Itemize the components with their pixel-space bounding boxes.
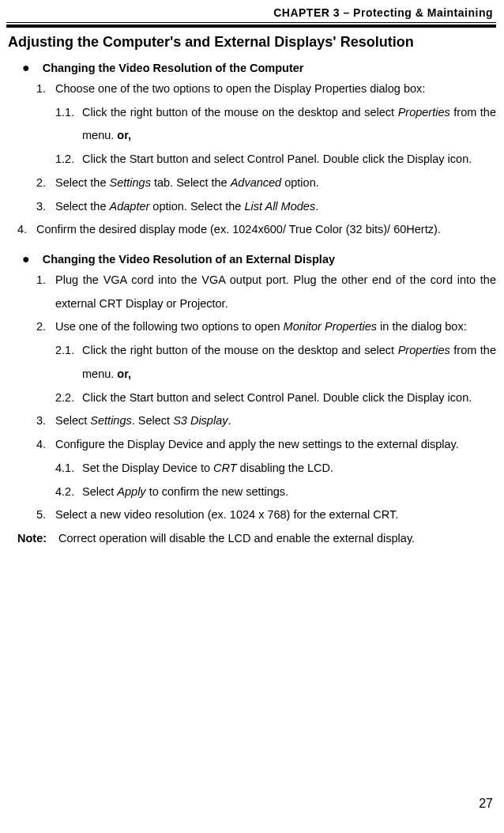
a-step-2-text: Select the Settings tab. Select the Adva… xyxy=(55,172,496,195)
bullet-dot-icon: ● xyxy=(22,62,30,74)
text-bold: or, xyxy=(117,129,131,141)
b-step-2-2-text: Click the Start button and select Contro… xyxy=(82,386,496,410)
text: . xyxy=(228,414,231,427)
b-step-5-text: Select a new video resolution (ex. 1024 … xyxy=(55,503,496,527)
a-step-1-1: 1.1. Click the right button of the mouse… xyxy=(55,101,496,148)
a-step-3: 3. Select the Adapter option. Select the… xyxy=(36,195,496,219)
b-step-2-1-text: Click the right button of the mouse on t… xyxy=(82,339,496,386)
bullet-dot-icon: ● xyxy=(22,253,30,266)
a-step-3-num: 3. xyxy=(36,195,55,219)
text: option. Select the xyxy=(149,200,244,213)
text: disabling the LCD. xyxy=(237,462,334,474)
page-number: 27 xyxy=(479,797,493,811)
text-em: Apply xyxy=(117,485,145,498)
section-b-body: 1. Plug the VGA cord into the VGA output… xyxy=(6,269,496,551)
b-step-4-1-text: Set the Display Device to CRT disabling … xyxy=(82,457,496,481)
b-step-2-1-num: 2.1. xyxy=(55,339,82,386)
a-step-1-2-text: Click the Start button and select Contro… xyxy=(82,148,496,172)
text: Click the right button of the mouse on t… xyxy=(82,106,398,119)
text: . xyxy=(315,200,318,213)
b-step-3-num: 3. xyxy=(36,409,55,433)
b-step-3: 3. Select Settings. Select S3 Display. xyxy=(36,409,496,433)
text: in the dialog box: xyxy=(377,320,467,333)
bullet-a-text: Changing the Video Resolution of the Com… xyxy=(43,62,304,74)
b-step-4-text: Configure the Display Device and apply t… xyxy=(55,433,496,457)
note-text: Correct operation will disable the LCD a… xyxy=(58,527,496,551)
text: to confirm the new settings. xyxy=(146,485,289,498)
spacer xyxy=(6,242,496,253)
bullet-b-text: Changing the Video Resolution of an Exte… xyxy=(43,253,335,266)
text: Select the xyxy=(55,176,110,189)
note-label: Note: xyxy=(17,527,58,551)
b-step-1-num: 1. xyxy=(36,269,55,315)
b-step-4: 4. Configure the Display Device and appl… xyxy=(36,433,496,457)
b-step-5-num: 5. xyxy=(36,503,55,527)
text: Select xyxy=(82,485,117,498)
text-em: List All Modes xyxy=(244,200,315,213)
a-step-4-num: 4. xyxy=(17,218,36,242)
text-em: Settings xyxy=(110,176,151,189)
text-em: S3 Display xyxy=(173,414,228,427)
a-step-1-2-num: 1.2. xyxy=(55,148,82,172)
text-em: Adapter xyxy=(110,200,150,213)
text-em: Monitor Properties xyxy=(284,320,377,333)
a-step-4: 4. Confirm the desired display mode (ex.… xyxy=(17,218,496,242)
b-step-2-2: 2.2. Click the Start button and select C… xyxy=(55,386,496,410)
b-step-2-num: 2. xyxy=(36,315,55,339)
text: . Select xyxy=(132,414,173,427)
text: Use one of the following two options to … xyxy=(55,320,284,333)
a-step-1-num: 1. xyxy=(36,77,55,101)
b-step-4-1-num: 4.1. xyxy=(55,457,82,481)
a-step-1-text: Choose one of the two options to open th… xyxy=(55,77,496,101)
b-step-1: 1. Plug the VGA cord into the VGA output… xyxy=(36,269,496,315)
text-bold: or, xyxy=(117,368,131,380)
text-em: CRT xyxy=(213,462,237,474)
a-step-1-2: 1.2. Click the Start button and select C… xyxy=(55,148,496,172)
text-em: Advanced xyxy=(231,176,282,189)
b-step-5: 5. Select a new video resolution (ex. 10… xyxy=(36,503,496,527)
text: option. xyxy=(281,176,319,189)
rule-thick xyxy=(6,24,496,28)
chapter-header: CHAPTER 3 – Protecting & Maintaining xyxy=(6,6,496,19)
b-step-2-2-num: 2.2. xyxy=(55,386,82,410)
text-em: Settings xyxy=(90,414,131,427)
b-step-4-2-text: Select Apply to confirm the new settings… xyxy=(82,481,496,504)
a-step-2-num: 2. xyxy=(36,172,55,195)
text: Set the Display Device to xyxy=(82,462,213,474)
text: tab. Select the xyxy=(151,176,231,189)
b-step-1-text: Plug the VGA cord into the VGA output po… xyxy=(55,269,496,315)
b-step-2-1: 2.1. Click the right button of the mouse… xyxy=(55,339,496,386)
a-step-2: 2. Select the Settings tab. Select the A… xyxy=(36,172,496,195)
b-step-3-text: Select Settings. Select S3 Display. xyxy=(55,409,496,433)
text-em: Properties xyxy=(398,344,450,356)
b-step-4-num: 4. xyxy=(36,433,55,457)
rule-thin xyxy=(6,22,496,23)
a-step-4-text: Confirm the desired display mode (ex. 10… xyxy=(36,218,496,242)
section-a-body: 1. Choose one of the two options to open… xyxy=(6,77,496,242)
b-step-4-2-num: 4.2. xyxy=(55,481,82,504)
text: Select xyxy=(55,414,90,427)
text: Select the xyxy=(55,200,110,213)
a-step-1-1-text: Click the right button of the mouse on t… xyxy=(82,101,496,148)
b-step-4-1: 4.1. Set the Display Device to CRT disab… xyxy=(55,457,496,481)
a-step-3-text: Select the Adapter option. Select the Li… xyxy=(55,195,496,219)
page: CHAPTER 3 – Protecting & Maintaining Adj… xyxy=(0,0,504,833)
a-step-1: 1. Choose one of the two options to open… xyxy=(36,77,496,101)
b-step-2-text: Use one of the following two options to … xyxy=(55,315,496,339)
text: Click the right button of the mouse on t… xyxy=(82,344,398,356)
section-title: Adjusting the Computer's and External Di… xyxy=(8,34,495,51)
b-step-4-2: 4.2. Select Apply to confirm the new set… xyxy=(55,481,496,504)
text-em: Properties xyxy=(398,106,450,119)
b-step-2: 2. Use one of the following two options … xyxy=(36,315,496,339)
bullet-a: ● Changing the Video Resolution of the C… xyxy=(22,62,496,74)
a-step-1-1-num: 1.1. xyxy=(55,101,82,148)
bullet-b: ● Changing the Video Resolution of an Ex… xyxy=(22,253,496,266)
note: Note: Correct operation will disable the… xyxy=(17,527,496,551)
